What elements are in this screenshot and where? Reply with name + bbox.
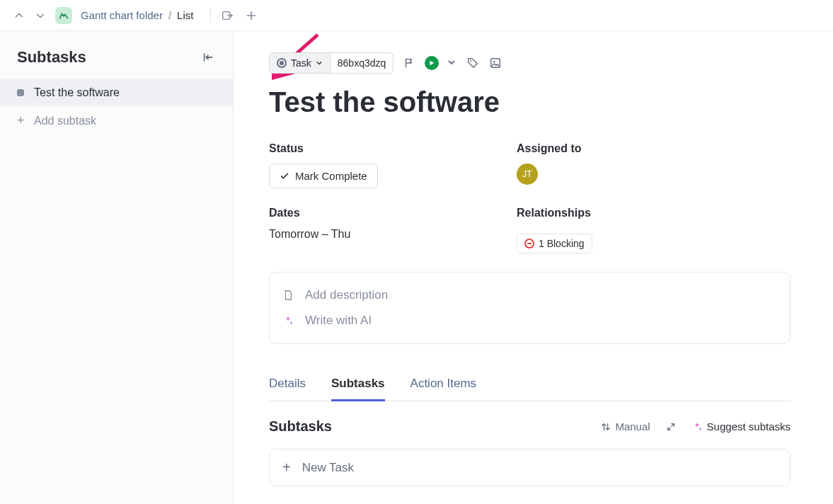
sidebar-item-label: Test the software: [34, 86, 120, 99]
expand-control[interactable]: [666, 422, 676, 432]
sort-icon: [601, 422, 611, 432]
share-icon[interactable]: [219, 8, 235, 23]
task-type-id-combo: Task 86bxq3dzq: [269, 52, 393, 74]
svg-point-2: [471, 60, 472, 62]
task-toolbar: Task 86bxq3dzq: [269, 52, 791, 74]
breadcrumb-current[interactable]: List: [177, 9, 193, 21]
assigned-label: Assigned to: [517, 142, 708, 155]
plus-icon: +: [282, 459, 291, 476]
blocking-text: 1 Blocking: [539, 238, 585, 249]
write-with-ai[interactable]: Write with AI: [282, 308, 777, 333]
expand-icon: [666, 422, 676, 432]
blocking-icon: [524, 239, 534, 248]
divider: [210, 8, 211, 23]
description-box: Add description Write with AI: [269, 272, 791, 344]
sort-control[interactable]: Manual: [601, 420, 650, 433]
chevron-down-icon: [316, 59, 323, 67]
svg-point-4: [493, 61, 495, 62]
task-type-label: Task: [291, 57, 311, 69]
assignee-avatar[interactable]: JT: [517, 164, 538, 185]
document-icon: [282, 290, 295, 301]
play-dropdown-icon[interactable]: [447, 57, 457, 69]
add-icon[interactable]: [243, 8, 259, 23]
status-button-text: Mark Complete: [295, 170, 367, 182]
tab-details[interactable]: Details: [269, 370, 306, 401]
sidebar: Subtasks Test the software + Add subtask: [0, 31, 234, 504]
tabs: Details Subtasks Action Items: [269, 370, 791, 401]
status-button[interactable]: Mark Complete: [269, 164, 378, 188]
add-description[interactable]: Add description: [282, 282, 777, 308]
task-id[interactable]: 86bxq3dzq: [331, 53, 393, 73]
task-type-button[interactable]: Task: [270, 53, 331, 73]
flag-icon[interactable]: [402, 56, 416, 70]
sort-label: Manual: [615, 420, 650, 433]
sparkle-icon: [691, 421, 703, 433]
folder-badge-icon: [55, 7, 72, 24]
sparkle-icon: [282, 315, 295, 326]
relationships-label: Relationships: [517, 207, 708, 219]
tab-action-items[interactable]: Action Items: [410, 370, 477, 401]
status-circle-icon: [277, 58, 287, 68]
nav-down-icon[interactable]: [34, 9, 47, 22]
image-icon[interactable]: [488, 56, 502, 70]
suggest-label: Suggest subtasks: [707, 420, 791, 433]
nav-up-icon[interactable]: [13, 9, 25, 22]
new-task-button[interactable]: + New Task: [269, 449, 791, 486]
write-with-ai-text: Write with AI: [305, 314, 372, 328]
breadcrumb: Gantt chart folder / List: [81, 9, 193, 21]
sidebar-title: Subtasks: [17, 48, 86, 67]
sidebar-add-subtask[interactable]: + Add subtask: [0, 106, 233, 135]
suggest-subtasks-button[interactable]: Suggest subtasks: [691, 420, 791, 433]
tag-icon[interactable]: [466, 56, 480, 70]
tab-subtasks[interactable]: Subtasks: [331, 370, 385, 401]
play-button[interactable]: [425, 56, 439, 70]
status-marker-icon: [17, 89, 24, 96]
dates-value[interactable]: Tomorrow – Thu: [269, 228, 460, 241]
add-description-text: Add description: [305, 288, 388, 302]
sidebar-add-label: Add subtask: [34, 115, 96, 127]
top-bar: Gantt chart folder / List: [0, 0, 833, 31]
breadcrumb-folder[interactable]: Gantt chart folder: [81, 9, 163, 21]
relationship-badge[interactable]: 1 Blocking: [517, 234, 592, 253]
sidebar-item-active[interactable]: Test the software: [0, 79, 233, 106]
check-icon: [280, 171, 289, 181]
new-task-label: New Task: [302, 461, 354, 475]
dates-label: Dates: [269, 207, 460, 219]
task-title[interactable]: Test the software: [269, 86, 791, 118]
main-panel: Task 86bxq3dzq Test the software: [234, 31, 833, 504]
subtask-section-title: Subtasks: [269, 418, 332, 435]
breadcrumb-sep: /: [168, 9, 171, 21]
subtask-bar: Subtasks Manual Suggest subtasks: [269, 418, 791, 435]
collapse-sidebar-icon[interactable]: [200, 50, 216, 65]
status-label: Status: [269, 142, 460, 155]
plus-icon: +: [17, 113, 24, 128]
